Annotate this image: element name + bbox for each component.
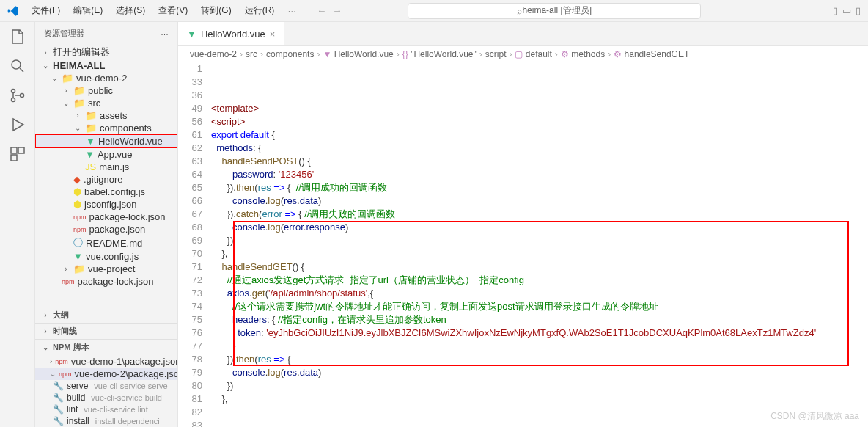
search-text: heima-all [管理员]: [522, 4, 592, 17]
explorer-icon[interactable]: [9, 28, 26, 45]
sidebar-title: 资源管理器: [44, 28, 84, 39]
menu-item[interactable]: …: [282, 1, 302, 20]
command-center[interactable]: ⌕ heima-all [管理员]: [408, 3, 701, 19]
npm-script-serve[interactable]: 🔧servevue-cli-service serve: [35, 380, 177, 392]
menu-item[interactable]: 运行(R): [239, 1, 281, 20]
npm-pkg2[interactable]: ⌄npmvue-demo-2\package.json: [35, 368, 177, 380]
watermark: CSDN @清风微凉 aaa: [770, 410, 859, 423]
breadcrumb-item[interactable]: {} "HelloWorld.vue": [402, 49, 477, 59]
nav-back-icon[interactable]: ←: [317, 5, 326, 16]
sidebar-more-icon[interactable]: …: [161, 28, 169, 39]
layout-panel-left-icon[interactable]: ▯: [833, 5, 838, 16]
search-activity-icon[interactable]: [9, 57, 26, 75]
svg-rect-5: [11, 147, 17, 153]
file-pkglock[interactable]: npmpackage-lock.json: [35, 211, 177, 223]
code-content[interactable]: <template><script>export default { metho…: [211, 62, 868, 427]
layout-controls: ▯ ▭ ▯: [833, 5, 861, 16]
breadcrumb-item[interactable]: src: [246, 49, 257, 59]
npm-section[interactable]: ⌄NPM 脚本: [35, 339, 177, 355]
nav-arrows: ← →: [317, 5, 342, 16]
extensions-icon[interactable]: [9, 145, 26, 163]
activity-bar: [0, 22, 35, 427]
file-main-js[interactable]: JSmain.js: [35, 161, 177, 173]
menu-item[interactable]: 转到(G): [195, 1, 237, 20]
menu-item[interactable]: 编辑(E): [67, 1, 108, 20]
breadcrumb[interactable]: vue-demo-2›src›components›▼ HelloWorld.v…: [178, 46, 868, 62]
file-gitignore[interactable]: ◆.gitignore: [35, 173, 177, 186]
breadcrumb-item[interactable]: ⚙ handleSendGET: [614, 49, 689, 59]
code-editor[interactable]: 1333649566162636465666768697071727374757…: [178, 62, 868, 427]
svg-point-3: [11, 98, 15, 102]
vue-file-icon: ▼: [187, 29, 196, 40]
timeline-section[interactable]: ›时间线: [35, 323, 177, 339]
breadcrumb-item[interactable]: ▢ default: [515, 49, 551, 59]
file-helloworld[interactable]: ▼HelloWorld.vue: [35, 134, 177, 148]
file-pkg[interactable]: npmpackage.json: [35, 223, 177, 236]
breadcrumb-item[interactable]: script: [485, 49, 507, 59]
layout-panel-bottom-icon[interactable]: ▭: [842, 5, 851, 16]
titlebar: 文件(F)编辑(E)选择(S)查看(V)转到(G)运行(R)… ← → ⌕ he…: [0, 0, 868, 22]
layout-panel-right-icon[interactable]: ▯: [856, 5, 861, 16]
editor-tabs: ▼ HelloWorld.vue ×: [178, 22, 868, 46]
file-app-vue[interactable]: ▼App.vue: [35, 148, 177, 161]
file-jsconfig[interactable]: ⬢jsconfig.json: [35, 198, 177, 211]
file-vueconfig[interactable]: ▼vue.config.js: [35, 250, 177, 263]
run-debug-icon[interactable]: [9, 116, 26, 134]
breadcrumb-item[interactable]: vue-demo-2: [190, 49, 237, 59]
source-control-icon[interactable]: [9, 87, 26, 104]
svg-point-0: [12, 60, 21, 69]
svg-line-1: [20, 68, 23, 72]
tab-helloworld[interactable]: ▼ HelloWorld.vue ×: [178, 22, 284, 45]
svg-rect-6: [18, 147, 24, 153]
file-babel[interactable]: ⬢babel.config.js: [35, 186, 177, 198]
svg-point-4: [20, 94, 23, 98]
line-gutter: 1333649566162636465666768697071727374757…: [178, 62, 211, 427]
nav-forward-icon[interactable]: →: [332, 5, 342, 16]
menu-item[interactable]: 选择(S): [110, 1, 151, 20]
tab-label: HelloWorld.vue: [201, 29, 265, 40]
npm-script-lint[interactable]: 🔧lintvue-cli-service lint: [35, 404, 177, 415]
folder-vue-project[interactable]: ›📁vue-project: [35, 263, 177, 275]
outline-section[interactable]: ›大纲: [35, 307, 177, 323]
svg-point-2: [11, 90, 15, 93]
folder-vue-demo-2[interactable]: ⌄📁vue-demo-2: [35, 72, 177, 84]
folder-components[interactable]: ⌄📁components: [35, 122, 177, 134]
search-icon: ⌕: [517, 6, 522, 16]
vscode-logo-icon: [0, 5, 26, 17]
svg-rect-7: [11, 155, 17, 161]
file-readme[interactable]: ⓘREADME.md: [35, 236, 177, 250]
breadcrumb-item[interactable]: components: [266, 49, 314, 59]
menu-item[interactable]: 查看(V): [152, 1, 194, 20]
npm-script-build[interactable]: 🔧buildvue-cli-service build: [35, 392, 177, 404]
file-pkglock2[interactable]: npmpackage-lock.json: [35, 275, 177, 288]
sidebar: 资源管理器 … ›打开的编辑器 ⌄HEIMA-ALL ⌄📁vue-demo-2 …: [35, 22, 178, 427]
npm-pkg1[interactable]: ›npmvue-demo-1\package.json: [35, 355, 177, 368]
open-editors-section[interactable]: ›打开的编辑器: [35, 45, 177, 59]
menu-item[interactable]: 文件(F): [26, 1, 66, 20]
close-tab-icon[interactable]: ×: [270, 29, 276, 40]
file-tree: ›打开的编辑器 ⌄HEIMA-ALL ⌄📁vue-demo-2 ›📁public…: [35, 45, 177, 307]
npm-script-install[interactable]: 🔧installinstall dependenci: [35, 415, 177, 427]
folder-assets[interactable]: ›📁assets: [35, 109, 177, 122]
main-menu: 文件(F)编辑(E)选择(S)查看(V)转到(G)运行(R)…: [26, 1, 302, 20]
editor-area: ▼ HelloWorld.vue × vue-demo-2›src›compon…: [178, 22, 868, 427]
root-folder[interactable]: ⌄HEIMA-ALL: [35, 59, 177, 72]
breadcrumb-item[interactable]: ⚙ methods: [561, 49, 605, 59]
folder-src[interactable]: ⌄📁src: [35, 97, 177, 109]
folder-public[interactable]: ›📁public: [35, 84, 177, 97]
breadcrumb-item[interactable]: ▼ HelloWorld.vue: [323, 49, 393, 59]
